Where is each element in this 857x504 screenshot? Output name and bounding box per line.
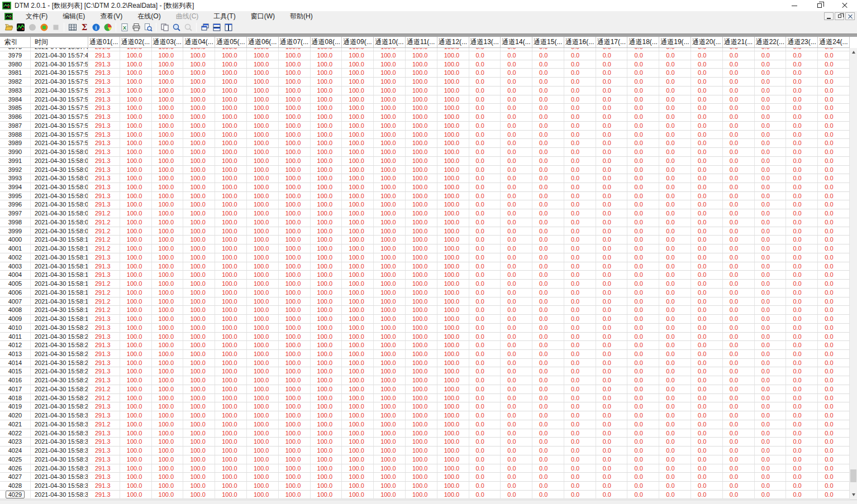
minimize-button[interactable] [782,0,807,11]
table-row[interactable]: 39982021-04-30 15:58:08291.2100.0100.010… [0,218,850,227]
menu-file[interactable]: 文件(F) [18,11,55,21]
table-row[interactable]: 40142021-04-30 15:58:24291.3100.0100.010… [0,359,850,368]
table-row[interactable]: 39872021-04-30 15:57:57291.3100.0100.010… [0,122,850,131]
column-header[interactable]: 时间 [31,37,88,47]
table-row[interactable]: 40072021-04-30 15:58:17291.2100.0100.010… [0,297,850,306]
table-row[interactable]: 39942021-04-30 15:58:04291.3100.0100.010… [0,183,850,192]
menu-online[interactable]: 在线(O) [130,11,168,21]
table-row[interactable]: 39882021-04-30 15:57:58291.3100.0100.010… [0,131,850,140]
column-header[interactable]: 通道14(... [501,37,532,47]
table-row[interactable]: 39822021-04-30 15:57:52291.3100.0100.010… [0,78,850,87]
table-row[interactable]: 39932021-04-30 15:58:03291.3100.0100.010… [0,174,850,183]
column-header[interactable]: 索引 [0,37,31,47]
column-header[interactable]: 通道11(... [406,37,437,47]
table-row[interactable]: 40182021-04-30 15:58:28291.2100.0100.010… [0,394,850,403]
table-row[interactable]: 40272021-04-30 15:58:37291.3100.0100.010… [0,473,850,482]
table-row[interactable]: 39792021-04-30 15:57:49291.3100.0100.010… [0,51,850,60]
excel-export-icon[interactable]: X [118,22,130,33]
table-row[interactable]: 40192021-04-30 15:58:29291.3100.0100.010… [0,402,850,411]
column-header[interactable]: 通道06(... [247,37,279,47]
column-header[interactable]: 通道07(... [279,37,311,47]
table-row[interactable]: 40222021-04-30 15:58:32291.3100.0100.010… [0,429,850,438]
table-row[interactable]: 40012021-04-30 15:58:11291.2100.0100.010… [0,244,850,253]
restore-button[interactable] [807,0,832,11]
scroll-up-button[interactable] [850,48,857,56]
table-row[interactable]: 40162021-04-30 15:58:26291.3100.0100.010… [0,376,850,385]
column-header[interactable]: 通道08(... [311,37,342,47]
table-row[interactable]: 40002021-04-30 15:58:10291.2100.0100.010… [0,236,850,244]
column-header[interactable]: 通道13(... [469,37,501,47]
close-button[interactable] [832,0,857,11]
table-row[interactable]: 40092021-04-30 15:58:19291.3100.0100.010… [0,315,850,324]
column-header[interactable]: 通道24(... [818,37,850,47]
table-row[interactable]: 40172021-04-30 15:58:27291.2100.0100.010… [0,385,850,394]
find-icon[interactable] [170,22,182,33]
column-header[interactable]: 通道04(... [183,37,215,47]
table-row[interactable]: 39892021-04-30 15:57:59291.3100.0100.010… [0,139,850,148]
table-row[interactable]: 39922021-04-30 15:58:02291.3100.0100.010… [0,166,850,175]
menu-edit[interactable]: 编辑(E) [55,11,93,21]
table-row[interactable]: 40042021-04-30 15:58:14291.3100.0100.010… [0,271,850,280]
column-header[interactable]: 通道23(... [786,37,818,47]
table-row[interactable]: 40282021-04-30 15:58:38291.3100.0100.010… [0,482,850,491]
column-header[interactable]: 通道02(... [120,37,152,47]
table-row[interactable]: 40112021-04-30 15:58:21291.3100.0100.010… [0,333,850,342]
table-row[interactable]: 40242021-04-30 15:58:34291.3100.0100.010… [0,447,850,455]
menu-tools[interactable]: 工具(T) [206,11,243,21]
table-row[interactable]: 39832021-04-30 15:57:53291.3100.0100.010… [0,87,850,95]
table-row[interactable]: 39852021-04-30 15:57:55291.3100.0100.010… [0,104,850,113]
table-row[interactable]: 40202021-04-30 15:58:30291.3100.0100.010… [0,411,850,420]
table-row[interactable]: 39992021-04-30 15:58:09291.2100.0100.010… [0,227,850,236]
open-file-icon[interactable] [3,22,15,33]
menu-view[interactable]: 查看(V) [93,11,130,21]
document-minimize-button[interactable] [824,12,834,20]
data-table-icon[interactable] [66,22,78,33]
table-row[interactable]: 40152021-04-30 15:58:25291.3100.0100.010… [0,367,850,376]
column-header[interactable]: 通道22(... [755,37,787,47]
print-icon[interactable] [130,22,142,33]
table-row[interactable]: 40262021-04-30 15:58:36291.3100.0100.010… [0,464,850,473]
copy-icon[interactable] [159,22,170,33]
column-header[interactable]: 通道20(... [691,37,723,47]
table-row[interactable]: 40032021-04-30 15:58:13291.3100.0100.010… [0,262,850,271]
tile-horizontal-icon[interactable] [211,22,222,33]
info-icon[interactable]: i [90,22,102,33]
column-header[interactable]: 通道16(... [564,37,596,47]
table-row[interactable]: 40022021-04-30 15:58:12291.3100.0100.010… [0,253,850,262]
table-row[interactable]: 40052021-04-30 15:58:15291.2100.0100.010… [0,280,850,289]
realtime-monitor-icon[interactable] [15,22,26,33]
print-preview-icon[interactable] [142,22,154,33]
table-row[interactable]: 40292021-04-30 15:58:39291.3100.0100.010… [0,491,850,500]
table-row[interactable]: 40252021-04-30 15:58:35291.3100.0100.010… [0,455,850,464]
column-header[interactable]: 通道09(... [342,37,374,47]
menu-help[interactable]: 帮助(H) [283,11,321,21]
table-row[interactable]: 39952021-04-30 15:58:05291.3100.0100.010… [0,192,850,201]
table-row[interactable]: 40062021-04-30 15:58:16291.2100.0100.010… [0,289,850,297]
column-header[interactable]: 通道10(... [374,37,406,47]
column-header[interactable]: 通道05(... [215,37,247,47]
table-row[interactable]: 39972021-04-30 15:58:07291.2100.0100.010… [0,209,850,218]
table-row[interactable]: 39862021-04-30 15:57:56291.3100.0100.010… [0,113,850,122]
record-stop-icon[interactable] [38,22,50,33]
table-row[interactable]: 39902021-04-30 15:58:00291.3100.0100.010… [0,148,850,157]
table-row[interactable]: 39842021-04-30 15:57:54291.3100.0100.010… [0,95,850,104]
vertical-scrollbar[interactable] [850,48,857,500]
tile-vertical-icon[interactable] [222,22,234,33]
column-header[interactable]: 通道15(... [532,37,564,47]
document-close-button[interactable] [845,12,855,20]
table-row[interactable]: 39912021-04-30 15:58:01291.3100.0100.010… [0,157,850,166]
document-restore-button[interactable] [835,12,844,20]
column-header[interactable]: 通道12(... [437,37,469,47]
table-row[interactable]: 40102021-04-30 15:58:20291.3100.0100.010… [0,324,850,333]
pie-chart-icon[interactable] [102,22,113,33]
table-row[interactable]: 40232021-04-30 15:58:33291.3100.0100.010… [0,438,850,447]
column-header[interactable]: 通道18(... [627,37,659,47]
scroll-down-button[interactable] [850,491,857,499]
table-row[interactable]: 40122021-04-30 15:58:22291.3100.0100.010… [0,341,850,350]
column-header[interactable]: 通道19(... [659,37,691,47]
table-row[interactable]: 40212021-04-30 15:58:31291.2100.0100.010… [0,420,850,429]
column-header[interactable]: 通道01(... [88,37,120,47]
table-row[interactable]: 39812021-04-30 15:57:51291.3100.0100.010… [0,69,850,78]
table-row[interactable]: 39802021-04-30 15:57:50291.3100.0100.010… [0,60,850,69]
column-header[interactable]: 通道21(... [723,37,755,47]
